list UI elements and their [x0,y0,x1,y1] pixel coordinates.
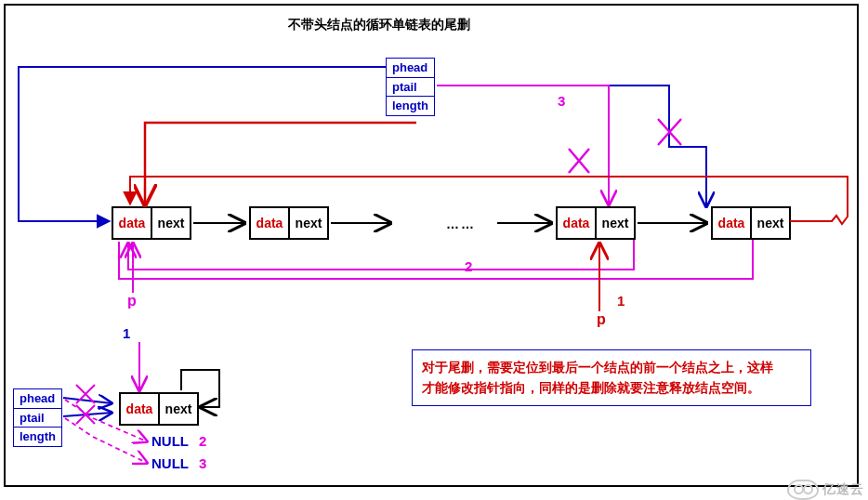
ellipsis: …… [446,217,476,231]
struct-small-length: length [13,427,62,447]
null-2-label: NULL [151,433,189,449]
struct-small: phead ptail length [13,388,62,447]
node-1-next: next [151,206,191,240]
step-2-label: 2 [465,258,472,274]
watermark: 亿速云 [787,480,864,500]
diagram-title: 不带头结点的循环单链表的尾删 [288,17,470,33]
cloud-icon [787,480,819,500]
node-pen-next: next [595,206,636,240]
null-2-num: 2 [199,433,206,449]
struct-small-ptail: ptail [13,408,62,428]
note-line1: 对于尾删，需要定位到最后一个结点的前一个结点之上，这样 [422,360,773,375]
note-box: 对于尾删，需要定位到最后一个结点的前一个结点之上，这样 才能修改指针指向，同样的… [412,349,811,406]
struct-main-length: length [386,96,435,116]
struct-main-phead: phead [386,58,435,78]
one-right: 1 [617,293,625,309]
p-label-right: p [597,311,606,328]
struct-small-phead: phead [13,388,62,409]
node-last: data next [711,206,791,240]
null-3-num: 3 [199,455,206,471]
one-left: 1 [123,325,130,341]
node-single-next: next [158,392,199,426]
node-2-next: next [288,206,329,240]
step-3-label: 3 [558,93,565,109]
node-penultimate: data next [556,206,636,240]
null-3-label: NULL [151,455,189,471]
struct-main: phead ptail length [386,58,435,116]
node-2: data next [249,206,329,240]
node-1: data next [112,206,191,240]
node-pen-data: data [556,206,597,240]
watermark-text: 亿速云 [822,481,864,498]
note-line2: 才能修改指针指向，同样的是删除就要注意释放结点空间。 [422,380,760,395]
node-single-data: data [119,392,160,426]
node-last-data: data [711,206,752,240]
p-label-left: p [127,293,137,309]
node-2-data: data [249,206,290,240]
node-last-next: next [750,206,791,240]
node-1-data: data [112,206,152,240]
node-single: data next [119,392,199,426]
struct-main-ptail: ptail [386,77,435,98]
